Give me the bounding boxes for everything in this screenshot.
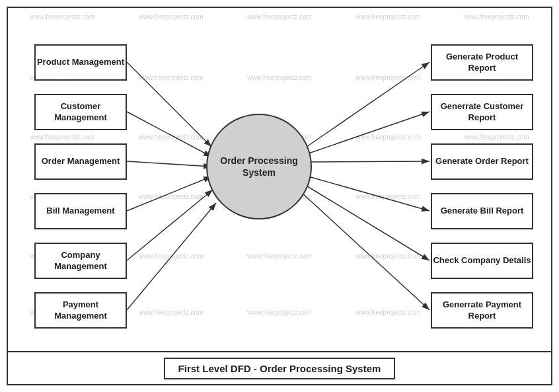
node-customer-mgmt: Customer Management	[34, 94, 127, 130]
svg-line-11	[305, 185, 429, 260]
node-gen-bill: Generate Bill Report	[431, 193, 533, 229]
node-gen-product: Generate Product Report	[431, 44, 533, 81]
svg-line-2	[127, 112, 211, 157]
node-product-mgmt: Product Management	[34, 44, 127, 81]
node-check-company: Check Company Details	[431, 243, 533, 279]
node-gen-customer: Generrate Customer Report	[431, 94, 533, 130]
svg-line-7	[307, 62, 429, 147]
node-order-mgmt: Order Management	[34, 143, 127, 180]
diagram-area: www.freeprojectz.comwww.freeprojectz.com…	[8, 8, 551, 351]
node-company-mgmt: Company Management	[34, 243, 127, 279]
caption-text: First Level DFD - Order Processing Syste…	[164, 358, 396, 379]
center-node: Order ProcessingSystem	[206, 114, 312, 219]
svg-line-3	[127, 161, 211, 167]
watermark-top: www.freeprojectz.comwww.freeprojectz.com…	[8, 13, 551, 20]
node-payment-mgmt: Payment Management	[34, 292, 127, 329]
node-gen-payment: Generrate Payment Report	[431, 292, 533, 329]
svg-line-1	[127, 62, 211, 147]
caption-bar: First Level DFD - Order Processing Syste…	[8, 351, 551, 384]
node-bill-mgmt: Bill Management	[34, 193, 127, 229]
svg-line-8	[309, 112, 429, 153]
main-container: www.freeprojectz.comwww.freeprojectz.com…	[7, 7, 552, 385]
svg-line-5	[127, 190, 213, 260]
svg-line-6	[127, 203, 216, 310]
node-gen-order: Generate Order Report	[431, 143, 533, 180]
svg-line-12	[302, 193, 429, 310]
svg-line-4	[127, 176, 211, 211]
svg-line-9	[311, 161, 429, 162]
svg-line-10	[309, 176, 429, 211]
